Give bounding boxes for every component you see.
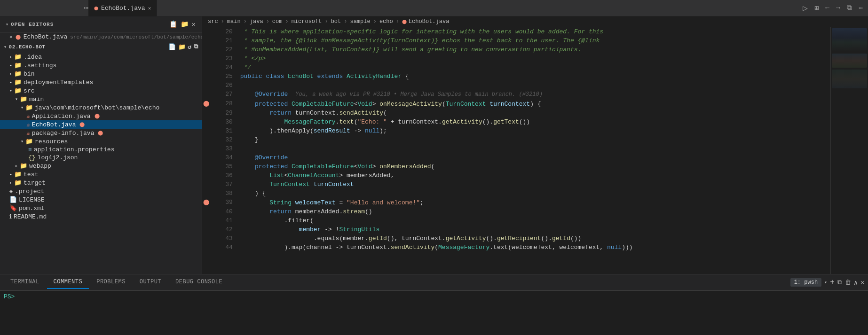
tree-item-package-info[interactable]: ☕ package-info.java ⬤	[0, 129, 202, 137]
collapse-all-icon[interactable]: 📁	[181, 20, 189, 28]
tree-item-test[interactable]: ▸ 📁 test	[0, 170, 202, 179]
code-line-30: 30 MessageFactory.text("Echo: " + turnCo…	[202, 117, 830, 126]
breadcrumb-com[interactable]: com	[272, 18, 283, 25]
collapse-icon[interactable]: ⧉	[194, 43, 198, 51]
code-line-29: 29 return turnContext.sendActivity(	[202, 109, 830, 117]
tree-chevron: ▾	[21, 139, 24, 144]
add-terminal-icon[interactable]: +	[830, 278, 835, 287]
gutter-dot-29	[202, 109, 210, 117]
forward-icon[interactable]: →	[835, 3, 842, 14]
line-content[interactable]: return turnContext.sendActivity(	[238, 109, 830, 117]
tab-close-icon[interactable]: ✕	[148, 5, 151, 11]
line-content[interactable]: @OverrideYou, a week ago via PR #3210 • …	[238, 90, 830, 99]
breadcrumb-src[interactable]: src	[208, 18, 218, 25]
line-content[interactable]: @Override	[238, 153, 830, 162]
shell-dropdown[interactable]: ▾	[824, 280, 827, 285]
open-editors-chevron[interactable]: ▾	[6, 22, 9, 27]
back-icon[interactable]: ←	[824, 3, 831, 14]
breadcrumb-java[interactable]: java	[250, 18, 263, 25]
line-content[interactable]: */	[238, 63, 830, 72]
more-icon[interactable]: ⋯	[84, 3, 88, 13]
line-content[interactable]: ).thenApply(sendResult -> null);	[238, 126, 830, 135]
tree-item-log4j[interactable]: {} log4j2.json	[0, 154, 202, 162]
tab-comments[interactable]: COMMENTS	[47, 276, 89, 289]
line-content[interactable]: ).map(channel -> turnContext.sendActivit…	[238, 243, 830, 252]
breadcrumb-microsoft[interactable]: microsoft	[292, 18, 322, 25]
line-content[interactable]: return membersAdded.stream()	[238, 207, 830, 216]
sidebar-header-area: ⋯	[4, 3, 88, 13]
line-content[interactable]: protected CompletableFuture<Void> onMemb…	[238, 162, 830, 171]
folder-icon: 📁	[14, 179, 22, 187]
shell-label[interactable]: 1: pwsh	[790, 278, 821, 287]
open-editor-echobot[interactable]: ✕ ⬤ EchoBot.java src/main/java/com/micro…	[0, 32, 202, 41]
line-content[interactable]: * This is where application-specific log…	[238, 27, 830, 36]
line-content[interactable]	[238, 144, 830, 153]
refresh-icon[interactable]: ↺	[188, 43, 191, 51]
tab-echobot-java[interactable]: ⬤ EchoBot.java ✕	[88, 0, 157, 16]
line-content[interactable]: member -> !StringUtils	[238, 225, 830, 234]
code-editor[interactable]: 20 * This is where application-specific …	[202, 27, 830, 274]
line-content[interactable]: MessageFactory.text("Echo: " + turnConte…	[238, 117, 830, 126]
tree-item-app-properties[interactable]: ≡ application.properties	[0, 146, 202, 154]
debug-icon[interactable]: ⊞	[813, 2, 820, 14]
tree-item-webapp[interactable]: ▸ 📁 webapp	[0, 162, 202, 170]
more-icon-right[interactable]: ⋯	[857, 2, 864, 14]
tree-item-resources[interactable]: ▾ 📁 resources	[0, 137, 202, 146]
line-content[interactable]: List<ChannelAccount> membersAdded,	[238, 171, 830, 180]
tree-item-pom[interactable]: 🔖 pom.xml	[0, 204, 202, 212]
tree-item-main[interactable]: ▾ 📁 main	[0, 95, 202, 103]
tree-item-license[interactable]: 📄 LICENSE	[0, 195, 202, 204]
tree-chevron: ▸	[9, 79, 12, 85]
line-content[interactable]: TurnContext turnContext	[238, 180, 830, 189]
line-content[interactable]: protected CompletableFuture<Void> onMess…	[238, 99, 830, 109]
tree-item-idea[interactable]: ▸ 📁 .idea	[0, 53, 202, 61]
breadcrumb-bot[interactable]: bot	[331, 18, 341, 25]
tree-item-src[interactable]: ▾ 📁 src	[0, 86, 202, 95]
new-file-icon[interactable]: 📄	[168, 43, 176, 51]
line-content[interactable]: .equals(member.getId(), turnContext.getA…	[238, 234, 830, 243]
tree-item-settings[interactable]: ▸ 📁 .settings	[0, 61, 202, 70]
trash-terminal-icon[interactable]: 🗑	[845, 279, 851, 286]
tree-item-readme[interactable]: ℹ README.md	[0, 212, 202, 221]
project-icon: ◈	[9, 187, 13, 195]
close-all-icon[interactable]: ✕	[192, 20, 196, 28]
new-folder-icon[interactable]: 📁	[178, 43, 186, 51]
line-content[interactable]: String welcomeText = "Hello and welcome!…	[238, 198, 830, 207]
tree-item-bin[interactable]: ▸ 📁 bin	[0, 70, 202, 78]
panel-right-actions: 1: pwsh ▾ + ⧉ 🗑 ∧ ✕	[790, 278, 864, 287]
open-editor-err: ⬤	[16, 34, 21, 40]
breadcrumb-echo[interactable]: echo	[379, 18, 393, 25]
project-section-header[interactable]: ▾ 02.ECHO-BOT 📄 📁 ↺ ⧉	[0, 41, 202, 53]
open-editor-close[interactable]: ✕	[9, 34, 13, 40]
line-content[interactable]	[238, 81, 830, 90]
save-all-icon[interactable]: 📋	[169, 20, 178, 28]
line-content[interactable]: * </p>	[238, 54, 830, 63]
tree-item-project[interactable]: ◈ .project	[0, 187, 202, 195]
line-number: 39	[210, 198, 238, 207]
tab-problems[interactable]: PROBLEMS	[90, 276, 132, 289]
split-icon[interactable]: ⧉	[845, 2, 853, 14]
split-terminal-icon[interactable]: ⧉	[837, 279, 842, 286]
breadcrumb-sample[interactable]: sample	[350, 18, 370, 25]
line-content[interactable]: .filter(	[238, 216, 830, 225]
maximize-panel-icon[interactable]: ∧	[854, 279, 858, 287]
line-content[interactable]: }	[238, 135, 830, 144]
error-dot: ⬤	[203, 101, 209, 107]
tree-item-echobot[interactable]: ☕ EchoBot.java ⬤	[0, 120, 202, 129]
line-content[interactable]: * #onMembersAdded(List, TurnContext)} wi…	[238, 45, 830, 54]
tree-item-application[interactable]: ☕ Application.java ⬤	[0, 112, 202, 120]
tree-item-target[interactable]: ▸ 📁 target	[0, 179, 202, 187]
close-panel-icon[interactable]: ✕	[860, 279, 864, 286]
line-content[interactable]: public class EchoBot extends ActivityHan…	[238, 72, 830, 81]
tab-output[interactable]: OUTPUT	[133, 276, 168, 289]
run-icon[interactable]: ▷	[801, 1, 809, 15]
tab-terminal[interactable]: TERMINAL	[4, 276, 46, 289]
breadcrumb-main[interactable]: main	[227, 18, 241, 25]
tab-debug-console[interactable]: DEBUG CONSOLE	[169, 276, 229, 289]
tree-label: java\com\microsoft\bot\sample\echo	[35, 104, 159, 111]
tree-item-deployment[interactable]: ▸ 📁 deploymentTemplates	[0, 78, 202, 86]
line-content[interactable]: ) {	[238, 189, 830, 198]
tree-item-java-path[interactable]: ▾ 📁 java\com\microsoft\bot\sample\echo	[0, 103, 202, 112]
line-content[interactable]: * sample, the {@link #onMessageActivity(…	[238, 36, 830, 45]
breadcrumb-file[interactable]: EchoBot.java	[409, 18, 449, 25]
